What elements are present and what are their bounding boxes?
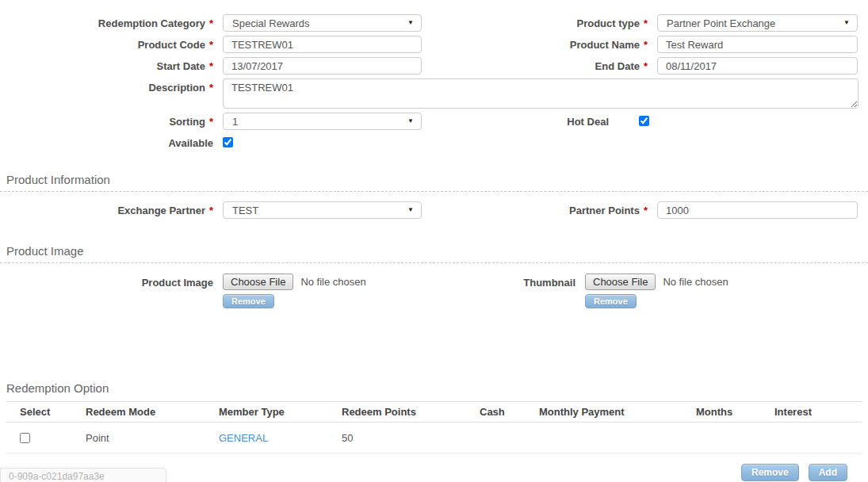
table-header-row: Select Redeem Mode Member Type Redeem Po…: [6, 402, 862, 423]
header-monthly-payment: Monthly Payment: [533, 402, 690, 423]
header-months: Months: [690, 402, 768, 423]
form-row: Description* TESTREW01: [0, 78, 868, 109]
table-row: Point GENERAL 50: [6, 423, 862, 453]
required-asterisk: *: [209, 205, 213, 216]
end-date-label: End Date*: [434, 57, 657, 72]
product-type-select[interactable]: Partner Point Exchange ▼: [657, 14, 858, 32]
end-date-input[interactable]: [657, 57, 858, 75]
form-row: Redemption Category* Special Rewards ▼ P…: [0, 14, 868, 32]
required-asterisk: *: [644, 60, 648, 72]
redemption-category-select[interactable]: Special Rewards ▼: [223, 14, 422, 32]
required-asterisk: *: [644, 205, 648, 216]
required-asterisk: *: [209, 17, 213, 29]
redemption-option-table-wrap: Select Redeem Mode Member Type Redeem Po…: [6, 401, 862, 453]
product-code-input[interactable]: [223, 36, 422, 53]
partner-points-input[interactable]: [657, 201, 858, 219]
product-type-label: Product type*: [434, 14, 657, 29]
row-select-checkbox[interactable]: [20, 433, 30, 443]
hot-deal-label: Hot Deal: [434, 113, 639, 128]
cell-interest: [768, 423, 862, 453]
dashed-divider: [0, 262, 868, 263]
cell-months: [690, 423, 768, 453]
selected-value: Special Rewards: [232, 17, 310, 29]
chevron-down-icon: ▼: [407, 20, 414, 26]
header-member-type: Member Type: [212, 402, 335, 423]
product-form: Redemption Category* Special Rewards ▼ P…: [0, 0, 868, 481]
description-label: Description*: [0, 78, 223, 94]
exchange-partner-select[interactable]: TEST ▼: [223, 201, 422, 219]
selected-value: Partner Point Exchange: [667, 17, 775, 29]
available-label: Available: [0, 134, 223, 149]
chevron-down-icon: ▼: [407, 118, 414, 124]
section-title-redemption-option: Redemption Option: [6, 381, 868, 395]
member-type-link[interactable]: GENERAL: [219, 432, 268, 444]
cell-redeem-points: 50: [335, 423, 473, 453]
header-redeem-mode: Redeem Mode: [79, 402, 212, 423]
exchange-partner-label: Exchange Partner*: [0, 201, 223, 216]
start-date-input[interactable]: [223, 57, 422, 75]
selected-value: 1: [232, 116, 238, 128]
chevron-down-icon: ▼: [407, 207, 414, 213]
sorting-label: Sorting*: [0, 113, 223, 128]
required-asterisk: *: [644, 17, 648, 29]
product-image-label: Product Image: [0, 274, 223, 289]
remove-row-button[interactable]: Remove: [741, 464, 799, 481]
redemption-option-section: Redemption Option: [0, 381, 868, 395]
product-information-section: Product Information: [0, 173, 868, 192]
hot-deal-checkbox[interactable]: [639, 116, 649, 126]
required-asterisk: *: [209, 116, 213, 128]
product-image-section: Product Image: [0, 244, 868, 263]
product-name-input[interactable]: [657, 36, 858, 53]
form-row: Product Image Choose File No file chosen…: [0, 274, 868, 308]
header-select: Select: [6, 402, 79, 423]
required-asterisk: *: [209, 39, 213, 51]
required-asterisk: *: [644, 39, 648, 51]
header-interest: Interest: [768, 402, 862, 423]
product-code-label: Product Code*: [0, 36, 223, 51]
browser-status-tooltip: 0-909a-c021da97aa3e: [0, 468, 166, 482]
form-row: Product Code* Product Name*: [0, 36, 868, 53]
form-row: Exchange Partner* TEST ▼ Partner Points*: [0, 201, 868, 219]
add-row-button[interactable]: Add: [809, 464, 847, 481]
thumbnail-choose-file-button[interactable]: Choose File: [585, 274, 656, 290]
product-image-choose-file-button[interactable]: Choose File: [223, 274, 293, 290]
sorting-select[interactable]: 1 ▼: [223, 113, 422, 130]
product-image-file-status: No file chosen: [300, 276, 365, 288]
selected-value: TEST: [232, 205, 258, 216]
product-image-remove-button[interactable]: Remove: [223, 294, 274, 308]
redemption-category-label: Redemption Category*: [0, 14, 223, 29]
thumbnail-file-status: No file chosen: [663, 276, 728, 288]
cell-redeem-mode: Point: [79, 423, 212, 453]
section-title-product-image: Product Image: [6, 244, 868, 258]
dashed-divider: [0, 191, 868, 192]
chevron-down-icon: ▼: [843, 20, 850, 26]
form-row: Available: [0, 134, 868, 149]
header-redeem-points: Redeem Points: [335, 402, 473, 423]
partner-points-label: Partner Points*: [434, 201, 657, 216]
header-cash: Cash: [473, 402, 533, 423]
redemption-option-table: Select Redeem Mode Member Type Redeem Po…: [6, 401, 862, 453]
cell-monthly-payment: [533, 423, 690, 453]
required-asterisk: *: [209, 60, 213, 72]
thumbnail-label: Thumbnail: [434, 274, 585, 289]
thumbnail-remove-button[interactable]: Remove: [585, 294, 637, 308]
section-title-product-information: Product Information: [6, 173, 868, 186]
form-row: Sorting* 1 ▼ Hot Deal: [0, 113, 868, 130]
description-textarea[interactable]: TESTREW01: [223, 78, 858, 109]
available-checkbox[interactable]: [223, 137, 233, 147]
product-name-label: Product Name*: [434, 36, 657, 51]
start-date-label: Start Date*: [0, 57, 223, 72]
cell-cash: [473, 423, 533, 453]
form-row: Start Date* End Date*: [0, 57, 868, 75]
required-asterisk: *: [209, 82, 213, 94]
